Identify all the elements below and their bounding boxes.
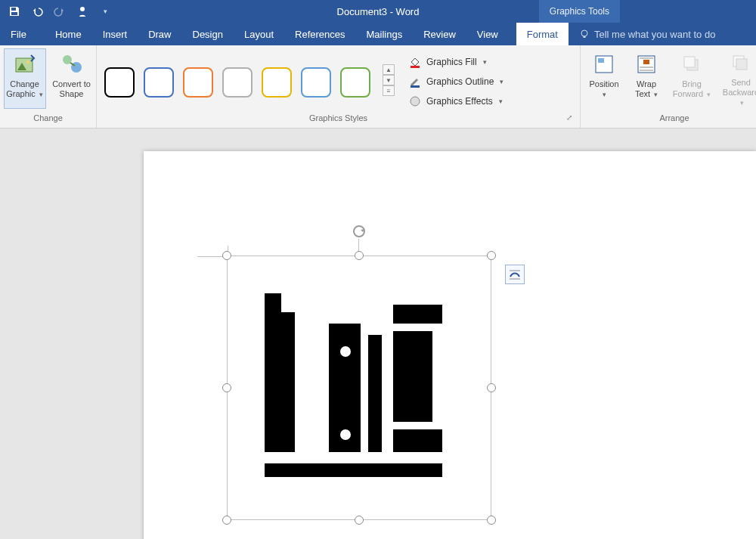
group-change: Change Graphic ▾ Convert to Shape Change [0,45,97,128]
tab-file[interactable]: File [0,23,37,45]
gallery-scroll-down-icon[interactable]: ▼ [383,75,395,85]
style-swatch-blue[interactable] [144,67,174,98]
graphics-fill-button[interactable]: Graphics Fill▾ [405,54,507,70]
bring-forward-label: Bring Forward ▾ [671,79,713,100]
page[interactable] [144,151,756,539]
graphics-fill-label: Graphics Fill [426,57,477,67]
tell-me-label: Tell me what you want to do [594,29,715,40]
convert-to-shape-label: Convert to Shape [51,79,92,99]
ribbon: Change Graphic ▾ Convert to Shape Change… [0,45,756,129]
svg-rect-11 [411,85,420,88]
svg-rect-4 [583,36,585,38]
resize-handle-n[interactable] [355,251,364,260]
resize-handle-ne[interactable] [487,251,496,260]
group-change-label: Change [5,112,91,125]
books-icon[interactable] [265,293,454,482]
tab-home[interactable]: Home [45,23,92,45]
send-backward-button: Send Backward ▾ [718,48,756,109]
position-button[interactable]: Position▾ [585,48,623,109]
wrap-text-label: Wrap Text ▾ [628,79,665,100]
tab-insert[interactable]: Insert [92,23,138,45]
resize-handle-s[interactable] [355,516,364,525]
tab-view[interactable]: View [466,23,509,45]
group-arrange-label: Arrange [585,112,756,125]
ribbon-tabs: File Home Insert Draw Design Layout Refe… [0,23,756,45]
styles-gallery [101,63,373,98]
touch-mode-icon[interactable] [76,5,89,18]
effects-icon [408,94,422,108]
gallery-scroll-up-icon[interactable]: ▲ [383,64,395,75]
group-graphics-styles: ▲ ▼ ≡ Graphics Fill▾ Graphics Outline▾ [97,45,581,128]
style-swatch-gray[interactable] [222,67,253,98]
save-icon[interactable] [8,5,21,18]
svg-rect-0 [11,8,16,11]
send-backward-icon [729,52,753,75]
tab-format[interactable]: Format [516,23,569,45]
title-bar: ▾ Document3 - Word Graphics Tools [0,0,756,23]
resize-handle-w[interactable] [222,383,231,392]
undo-icon[interactable] [30,5,44,18]
graphics-format-stack: Graphics Fill▾ Graphics Outline▾ Graphic… [405,51,507,110]
wrap-text-button[interactable]: Wrap Text ▾ [627,48,665,109]
svg-point-3 [581,30,587,36]
wrap-text-icon [634,52,658,76]
style-swatch-black[interactable] [104,67,135,98]
svg-rect-16 [643,60,649,64]
styles-dialog-launcher-icon[interactable]: ⤢ [566,113,572,122]
tell-me-search[interactable]: Tell me what you want to do [569,23,715,45]
svg-point-7 [26,60,29,64]
resize-handle-nw[interactable] [222,251,231,260]
resize-handle-se[interactable] [487,516,496,525]
style-swatch-lightblue[interactable] [301,67,331,98]
tab-references[interactable]: References [284,23,355,45]
graphics-outline-label: Graphics Outline [426,76,494,87]
change-graphic-label: Change Graphic ▾ [5,79,45,100]
graphics-effects-label: Graphics Effects [426,96,493,107]
tab-layout[interactable]: Layout [234,23,284,45]
group-styles-label: Graphics Styles ⤢ [101,112,575,125]
graphics-effects-button[interactable]: Graphics Effects▾ [405,93,507,110]
resize-handle-sw[interactable] [222,516,231,525]
gallery-scroll: ▲ ▼ ≡ [383,64,395,96]
graphics-outline-button[interactable]: Graphics Outline▾ [405,73,507,90]
rotation-handle-icon[interactable] [352,224,367,239]
convert-to-shape-button[interactable]: Convert to Shape [51,48,93,109]
bring-forward-icon [680,52,704,76]
outline-pen-icon [408,75,422,88]
change-graphic-button[interactable]: Change Graphic ▾ [4,48,46,109]
send-backward-label: Send Backward ▾ [719,78,756,108]
svg-rect-10 [411,66,420,68]
style-swatch-orange[interactable] [183,67,213,98]
tab-mailings[interactable]: Mailings [356,23,414,45]
tab-review[interactable]: Review [413,23,466,45]
lightbulb-icon [579,29,590,39]
quick-access-toolbar: ▾ [0,5,112,18]
convert-to-shape-icon [60,52,84,76]
style-swatch-gold[interactable] [262,67,292,98]
svg-rect-23 [736,59,747,70]
redo-icon [53,5,67,18]
position-icon [592,52,616,76]
window-title: Document3 - Word [337,6,420,17]
svg-point-12 [411,97,420,106]
fill-bucket-icon [408,55,422,69]
position-label: Position▾ [589,79,618,100]
svg-rect-21 [684,57,695,67]
bring-forward-button: Bring Forward ▾ [670,48,714,109]
group-arrange: Position▾ Wrap Text ▾ Bring Forward ▾ Se… [581,45,756,128]
layout-options-button[interactable] [505,265,525,284]
change-graphic-icon [13,52,37,76]
svg-rect-1 [11,12,17,15]
svg-point-2 [80,7,85,11]
document-area[interactable] [0,129,756,539]
gallery-expand-icon[interactable]: ≡ [383,85,395,96]
qat-customize-icon[interactable]: ▾ [98,5,112,18]
tab-design[interactable]: Design [182,23,234,45]
svg-rect-14 [598,58,604,63]
style-swatch-green[interactable] [340,67,370,98]
tab-draw[interactable]: Draw [138,23,181,45]
contextual-tab-header: Graphics Tools [539,0,620,23]
resize-handle-e[interactable] [487,383,496,392]
